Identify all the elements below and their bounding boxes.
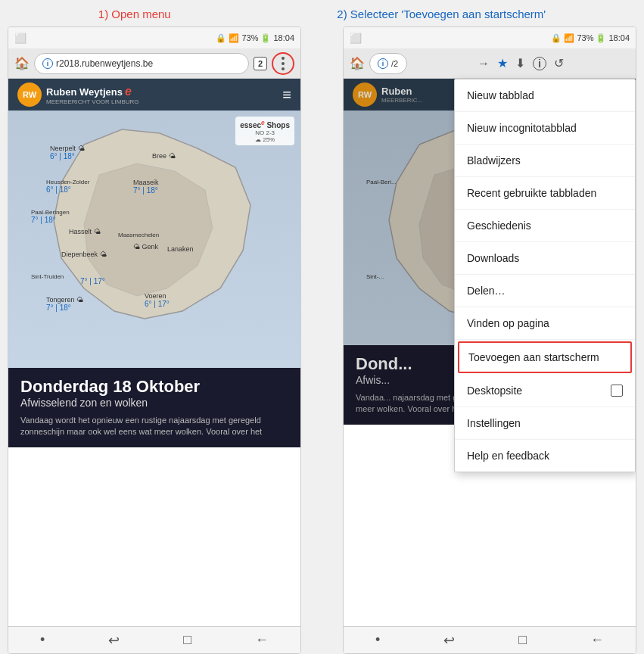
menu-item-vinden[interactable]: Vinden op pagina xyxy=(455,307,635,340)
instructions-row: 1) Open menu 2) Selecteer 'Toevoegen aan… xyxy=(0,0,644,26)
nav-back-right[interactable]: ← xyxy=(590,632,604,648)
menu-item-instellingen[interactable]: Instellingen xyxy=(455,407,635,440)
logo-circle-left: RW xyxy=(17,83,42,107)
menu-item-downloads[interactable]: Downloads xyxy=(455,242,635,275)
menu-item-help[interactable]: Help en feedback xyxy=(455,440,635,472)
left-phone-panel: ⬜ 🔒 📶 73% 🔋 18:04 🏠 i r2018.rubenweytjen… xyxy=(8,26,301,654)
menu-item-bladwijzers[interactable]: Bladwijzers xyxy=(455,145,635,177)
download-icon[interactable]: ⬇ xyxy=(515,56,525,70)
weather-genk: 🌤 Genk xyxy=(133,243,158,251)
weather-labels-left: Neerpelt 🌤 6° | 18° Bree 🌤 Heusden-Zolde… xyxy=(8,111,300,368)
secure-icon: 🔒 xyxy=(216,33,226,43)
weather-logo-left: RW Ruben Weytjens e MEERBERICHT VOOR LIM… xyxy=(17,83,139,107)
nav-return-right[interactable]: ↩ xyxy=(443,632,455,649)
weather-maasmechelen: Maasmechelen xyxy=(118,232,159,238)
url-input-left[interactable]: i r2018.rubenweytjens.be xyxy=(34,53,249,74)
menu-item-label-help: Help en feedback xyxy=(467,450,549,462)
menu-item-checkbox-desktopsite[interactable] xyxy=(611,385,623,397)
dropdown-menu: Nieuw tabbladNieuw incognitotabbladBladw… xyxy=(454,79,636,472)
weather-sinttruiden: Sint-Truiden xyxy=(31,273,64,280)
forecast-body-left: Vandaag wordt het opnieuw een rustige na… xyxy=(20,415,288,438)
nav-bullet-right[interactable]: • xyxy=(375,632,380,648)
menu-item-label-geschiedenis: Geschiedenis xyxy=(467,220,531,232)
wifi-icon: 📶 xyxy=(229,33,239,43)
weather-sinttruiden-r: Sint-... xyxy=(366,273,384,280)
address-bar-right: 🏠 i /2 → ★ ⬇ i ↺ xyxy=(344,48,636,79)
weather-voeren: Voeren 6° | 17° xyxy=(145,292,170,308)
time-left: 18:04 xyxy=(273,33,294,42)
nav-return-left[interactable]: ↩ xyxy=(108,632,120,649)
home-icon-left[interactable]: 🏠 xyxy=(14,56,30,70)
menu-item-label-instellingen: Instellingen xyxy=(467,417,521,429)
battery-text-right: 73% xyxy=(577,33,593,42)
menu-item-label-nieuw-incognito: Nieuw incognitotabblad xyxy=(467,122,577,134)
weather-tongeren: Tongeren 🌤 7° | 18° xyxy=(46,296,83,312)
right-phone-panel: ⬜ 🔒 📶 73% 🔋 18:04 🏠 i /2 → ★ ⬇ i ↺ xyxy=(343,26,636,654)
menu-item-label-downloads: Downloads xyxy=(467,252,519,264)
secure-icon-right: 🔒 xyxy=(551,33,562,43)
nav-back-left[interactable]: ← xyxy=(255,632,269,648)
weather-hasselt: Hasselt 🌤 xyxy=(69,228,101,235)
expand-icon-right: ⬜ xyxy=(350,33,362,44)
bookmark-icon[interactable]: ★ xyxy=(497,56,508,70)
map-area-left: essece Shops NO 2-3 ☁ 25% Neerpelt 🌤 6° … xyxy=(8,111,300,368)
weather-header-left: RW Ruben Weytjens e MEERBERICHT VOOR LIM… xyxy=(8,79,300,111)
weather-extra1: 7° | 17° xyxy=(80,277,105,285)
weather-logo-right: RW Ruben MEERBERIC... xyxy=(353,83,422,107)
nav-home-left[interactable]: □ xyxy=(183,632,191,648)
url-text-left: r2018.rubenweytjens.be xyxy=(56,58,241,69)
menu-item-toevoegen[interactable]: Toevoegen aan startscherm xyxy=(458,341,632,373)
forecast-date-left: Donderdag 18 Oktober xyxy=(20,377,288,397)
wifi-icon-right: 📶 xyxy=(564,33,574,43)
weather-lanaken: Lanaken xyxy=(167,245,194,253)
forecast-section-left: Donderdag 18 Oktober Afwisselend zon en … xyxy=(8,368,300,447)
menu-item-label-bladwijzers: Bladwijzers xyxy=(467,154,521,167)
nav-home-right[interactable]: □ xyxy=(518,632,527,648)
step2-text: 2) Selecteer 'Toevoegen aan startscherm' xyxy=(337,8,546,20)
forward-icon[interactable]: → xyxy=(478,57,490,70)
menu-item-label-delen: Delen… xyxy=(467,285,506,297)
weather-bree: Bree 🌤 xyxy=(152,152,176,160)
web-content-left: RW Ruben Weytjens e MEERBERICHT VOOR LIM… xyxy=(8,79,300,626)
url-input-right[interactable]: i /2 xyxy=(369,53,407,74)
battery-icon: 🔋 xyxy=(260,33,271,43)
menu-item-label-vinden: Vinden op pagina xyxy=(467,317,549,329)
forecast-desc-left: Afwisselend zon en wolken xyxy=(20,397,288,409)
weather-paalberingen: Paal-Beringen 7° | 18° xyxy=(31,209,70,224)
info-icon-left: i xyxy=(42,58,53,69)
logo-circle-right: RW xyxy=(353,83,377,107)
site-sub-left: MEERBERICHT VOOR LIMBURG xyxy=(46,98,139,105)
panels-container: ⬜ 🔒 📶 73% 🔋 18:04 🏠 i r2018.rubenweytjen… xyxy=(0,26,644,654)
logo-e-left: e xyxy=(125,85,132,98)
menu-item-nieuw-incognito[interactable]: Nieuw incognitotabblad xyxy=(455,112,635,145)
menu-item-label-recent: Recent gebruikte tabbladen xyxy=(467,187,596,199)
site-sub-right: MEERBERIC... xyxy=(381,97,422,104)
step1-text: 1) Open menu xyxy=(98,8,171,20)
bottom-nav-right: • ↩ □ ← xyxy=(344,626,636,653)
status-bar-left: ⬜ 🔒 📶 73% 🔋 18:04 xyxy=(8,27,300,48)
menu-item-label-desktopsite: Desktopsite xyxy=(467,385,522,397)
info-icon-right: i xyxy=(378,58,388,69)
status-bar-right: ⬜ 🔒 📶 73% 🔋 18:04 xyxy=(344,27,636,48)
battery-text-left: 73% xyxy=(241,33,258,42)
menu-button-left[interactable] xyxy=(272,52,294,75)
menu-item-delen[interactable]: Delen… xyxy=(455,275,635,307)
info-circle-icon[interactable]: i xyxy=(533,57,546,70)
browser-icons: → ★ ⬇ i ↺ xyxy=(412,56,630,70)
menu-item-recent[interactable]: Recent gebruikte tabbladen xyxy=(455,177,635,210)
weather-maaseik: Maaseik 7° | 18° xyxy=(133,179,159,195)
weather-heusden: Heusden-Zolder 6° | 18° xyxy=(46,179,89,194)
url-short: /2 xyxy=(391,59,398,68)
menu-item-geschiedenis[interactable]: Geschiedenis xyxy=(455,210,635,242)
tab-count-left[interactable]: 2 xyxy=(254,57,267,70)
menu-item-desktopsite[interactable]: Desktopsite xyxy=(455,375,635,407)
hamburger-icon-left[interactable]: ≡ xyxy=(282,86,291,104)
home-icon-right[interactable]: 🏠 xyxy=(350,56,365,70)
menu-item-nieuw-tabblad[interactable]: Nieuw tabblad xyxy=(455,79,635,112)
nav-bullet-left[interactable]: • xyxy=(40,632,45,648)
refresh-icon[interactable]: ↺ xyxy=(554,56,564,70)
time-right: 18:04 xyxy=(608,33,630,42)
address-bar-left: 🏠 i r2018.rubenweytjens.be 2 xyxy=(8,48,300,79)
menu-item-label-nieuw-tabblad: Nieuw tabblad xyxy=(467,89,534,101)
bottom-nav-left: • ↩ □ ← xyxy=(8,626,300,653)
